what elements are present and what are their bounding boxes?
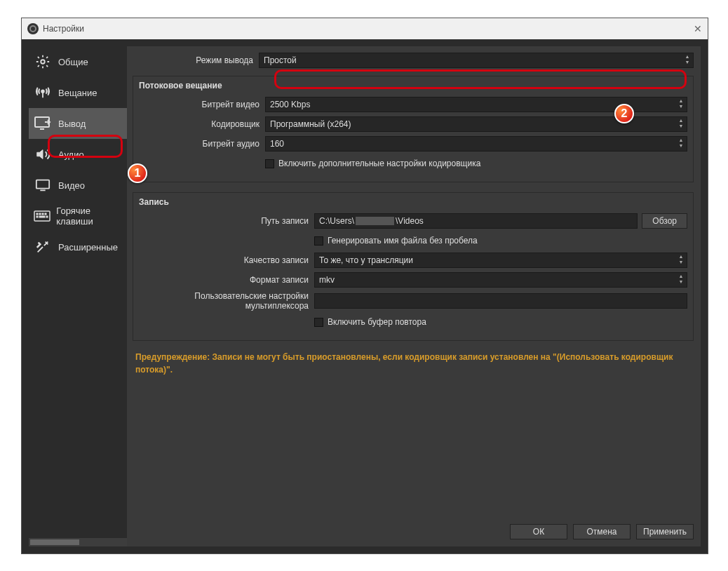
mux-input[interactable] [314, 293, 687, 309]
warning-text: Предупреждение: Записи не могут быть при… [133, 347, 694, 380]
svg-rect-6 [39, 213, 41, 215]
recording-format-value: mkv [319, 275, 335, 285]
encoder-value: Программный (x264) [270, 119, 351, 129]
audio-bitrate-label: Битрейт аудио [139, 139, 265, 149]
sidebar-item-stream[interactable]: Вещание [29, 77, 127, 108]
recording-path-input[interactable]: C:\Users\ \Videos [314, 213, 638, 229]
video-bitrate-label: Битрейт видео [139, 100, 265, 109]
antenna-icon [33, 83, 53, 102]
svg-rect-3 [36, 180, 49, 189]
sidebar-item-label: Вывод [58, 119, 86, 129]
gear-icon [33, 52, 53, 72]
monitor-icon [33, 175, 53, 195]
encoder-label: Кодировщик [139, 119, 265, 129]
sidebar-item-label: Видео [58, 180, 85, 191]
svg-rect-10 [39, 216, 45, 217]
sidebar-item-label: Горячие клавиши [56, 206, 123, 227]
sidebar-item-label: Аудио [58, 149, 84, 160]
svg-rect-5 [36, 213, 38, 215]
recording-quality-label: Качество записи [139, 255, 314, 265]
output-mode-combo[interactable]: Простой ▲▼ [259, 53, 694, 68]
recording-path-prefix: C:\Users\ [319, 216, 354, 226]
titlebar[interactable]: Настройки ✕ [22, 18, 708, 39]
svg-point-0 [41, 60, 45, 64]
audio-bitrate-value: 160 [270, 139, 284, 149]
nospace-label: Генерировать имя файла без пробела [328, 236, 478, 246]
shell: Общие Вещание Вывод Аудио Видео Горячие … [22, 39, 708, 553]
checkbox-icon [265, 159, 274, 168]
main-panel: Режим вывода Простой ▲▼ Потоковое вещани… [127, 46, 701, 546]
sidebar-item-label: Расширенные [58, 242, 118, 253]
sidebar-item-video[interactable]: Видео [29, 170, 127, 201]
encoder-combo[interactable]: Программный (x264) ▲▼ [265, 116, 687, 132]
sidebar-item-hotkeys[interactable]: Горячие клавиши [29, 201, 127, 231]
sidebar-item-label: Общие [58, 57, 88, 67]
video-bitrate-spin[interactable]: 2500 Kbps ▲▼ [265, 97, 687, 112]
recording-quality-value: То же, что у трансляции [319, 255, 413, 265]
streaming-title: Потоковое вещание [139, 81, 687, 90]
sidebar-item-general[interactable]: Общие [29, 46, 127, 77]
footer: ОК Отмена Применить [133, 517, 694, 539]
svg-rect-11 [46, 216, 48, 217]
sidebar-item-audio[interactable]: Аудио [29, 139, 127, 170]
sidebar-item-output[interactable]: Вывод [29, 108, 127, 139]
checkbox-icon [314, 236, 323, 246]
advanced-encoder-label: Включить дополнительные настройки кодиро… [278, 159, 480, 168]
nospace-checkbox[interactable]: Генерировать имя файла без пробела [314, 236, 687, 246]
sidebar-item-label: Вещание [58, 88, 97, 98]
cancel-button[interactable]: Отмена [573, 524, 631, 539]
output-mode-label: Режим вывода [133, 55, 259, 65]
close-icon[interactable]: ✕ [694, 23, 702, 34]
recording-format-combo[interactable]: mkv ▲▼ [314, 272, 687, 288]
speaker-icon [33, 145, 53, 164]
audio-bitrate-combo[interactable]: 160 ▲▼ [265, 136, 687, 152]
window-title: Настройки [43, 24, 84, 34]
replay-buffer-checkbox[interactable]: Включить буфер повтора [314, 317, 687, 327]
tools-icon [33, 237, 53, 257]
video-bitrate-value: 2500 Kbps [270, 100, 310, 109]
recording-quality-combo[interactable]: То же, что у трансляции ▲▼ [314, 253, 687, 268]
redacted-block [356, 217, 394, 225]
output-icon [33, 114, 53, 133]
checkbox-icon [314, 318, 323, 327]
apply-button[interactable]: Применить [636, 524, 694, 539]
streaming-group: Потоковое вещание Битрейт видео 2500 Kbp… [133, 76, 694, 182]
browse-button[interactable]: Обзор [642, 213, 687, 229]
sidebar: Общие Вещание Вывод Аудио Видео Горячие … [29, 46, 127, 546]
obs-icon [27, 23, 39, 34]
ok-button[interactable]: ОК [510, 524, 567, 539]
output-mode-value: Простой [264, 55, 297, 65]
settings-window: Настройки ✕ Общие Вещание Вывод Аудио [21, 18, 708, 554]
recording-title: Запись [139, 197, 687, 207]
recording-path-label: Путь записи [139, 216, 314, 226]
advanced-encoder-checkbox[interactable]: Включить дополнительные настройки кодиро… [265, 159, 687, 168]
keyboard-icon [33, 206, 50, 226]
recording-group: Запись Путь записи C:\Users\ \Videos Обз… [133, 192, 694, 341]
mux-label: Пользовательские настройки мультиплексор… [139, 291, 314, 311]
sidebar-scrollbar[interactable] [29, 538, 127, 546]
recording-path-suffix: \Videos [396, 216, 424, 226]
recording-format-label: Формат записи [139, 275, 314, 285]
svg-rect-8 [45, 213, 46, 215]
sidebar-item-advanced[interactable]: Расширенные [29, 231, 127, 262]
svg-rect-7 [42, 213, 43, 215]
replay-buffer-label: Включить буфер повтора [328, 317, 426, 327]
svg-rect-9 [36, 216, 38, 217]
svg-point-1 [41, 90, 44, 93]
